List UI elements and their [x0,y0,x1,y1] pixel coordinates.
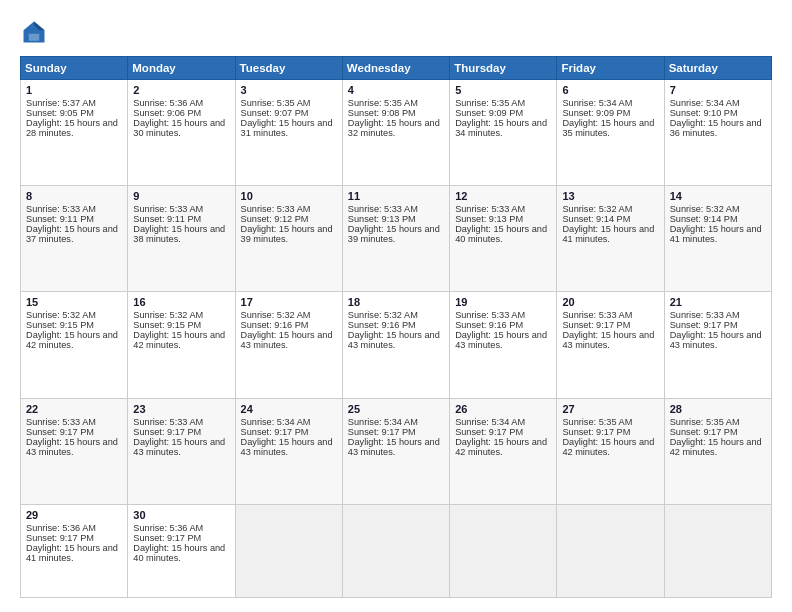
day-number: 7 [670,84,766,96]
cell-info: Sunrise: 5:33 AMSunset: 9:11 PMDaylight:… [133,204,225,244]
calendar-cell: 25Sunrise: 5:34 AMSunset: 9:17 PMDayligh… [342,398,449,504]
day-number: 2 [133,84,229,96]
cell-info: Sunrise: 5:33 AMSunset: 9:17 PMDaylight:… [26,417,118,457]
calendar-cell [342,504,449,597]
header [20,18,772,46]
cell-info: Sunrise: 5:37 AMSunset: 9:05 PMDaylight:… [26,98,118,138]
calendar-cell [235,504,342,597]
day-number: 29 [26,509,122,521]
day-number: 9 [133,190,229,202]
calendar-cell [450,504,557,597]
day-number: 16 [133,296,229,308]
calendar-cell: 11Sunrise: 5:33 AMSunset: 9:13 PMDayligh… [342,186,449,292]
calendar-week-5: 29Sunrise: 5:36 AMSunset: 9:17 PMDayligh… [21,504,772,597]
day-number: 3 [241,84,337,96]
cell-info: Sunrise: 5:35 AMSunset: 9:09 PMDaylight:… [455,98,547,138]
cell-info: Sunrise: 5:32 AMSunset: 9:16 PMDaylight:… [348,310,440,350]
cell-info: Sunrise: 5:33 AMSunset: 9:16 PMDaylight:… [455,310,547,350]
calendar-cell: 5Sunrise: 5:35 AMSunset: 9:09 PMDaylight… [450,80,557,186]
day-number: 24 [241,403,337,415]
cell-info: Sunrise: 5:32 AMSunset: 9:16 PMDaylight:… [241,310,333,350]
col-header-tuesday: Tuesday [235,57,342,80]
cell-info: Sunrise: 5:32 AMSunset: 9:15 PMDaylight:… [26,310,118,350]
cell-info: Sunrise: 5:33 AMSunset: 9:17 PMDaylight:… [562,310,654,350]
calendar-cell: 9Sunrise: 5:33 AMSunset: 9:11 PMDaylight… [128,186,235,292]
cell-info: Sunrise: 5:32 AMSunset: 9:14 PMDaylight:… [562,204,654,244]
cell-info: Sunrise: 5:35 AMSunset: 9:08 PMDaylight:… [348,98,440,138]
day-number: 22 [26,403,122,415]
col-header-sunday: Sunday [21,57,128,80]
calendar-week-2: 8Sunrise: 5:33 AMSunset: 9:11 PMDaylight… [21,186,772,292]
col-header-saturday: Saturday [664,57,771,80]
calendar-cell: 16Sunrise: 5:32 AMSunset: 9:15 PMDayligh… [128,292,235,398]
svg-rect-2 [29,34,40,41]
day-number: 23 [133,403,229,415]
logo [20,18,52,46]
day-number: 4 [348,84,444,96]
cell-info: Sunrise: 5:33 AMSunset: 9:17 PMDaylight:… [670,310,762,350]
calendar-cell: 2Sunrise: 5:36 AMSunset: 9:06 PMDaylight… [128,80,235,186]
day-number: 15 [26,296,122,308]
day-number: 1 [26,84,122,96]
cell-info: Sunrise: 5:35 AMSunset: 9:17 PMDaylight:… [670,417,762,457]
calendar-cell: 14Sunrise: 5:32 AMSunset: 9:14 PMDayligh… [664,186,771,292]
cell-info: Sunrise: 5:36 AMSunset: 9:17 PMDaylight:… [26,523,118,563]
day-number: 27 [562,403,658,415]
col-header-thursday: Thursday [450,57,557,80]
day-number: 25 [348,403,444,415]
cell-info: Sunrise: 5:35 AMSunset: 9:17 PMDaylight:… [562,417,654,457]
cell-info: Sunrise: 5:36 AMSunset: 9:06 PMDaylight:… [133,98,225,138]
calendar-cell: 13Sunrise: 5:32 AMSunset: 9:14 PMDayligh… [557,186,664,292]
cell-info: Sunrise: 5:35 AMSunset: 9:07 PMDaylight:… [241,98,333,138]
cell-info: Sunrise: 5:33 AMSunset: 9:17 PMDaylight:… [133,417,225,457]
day-number: 14 [670,190,766,202]
calendar-cell: 15Sunrise: 5:32 AMSunset: 9:15 PMDayligh… [21,292,128,398]
page: SundayMondayTuesdayWednesdayThursdayFrid… [0,0,792,612]
logo-icon [20,18,48,46]
calendar-cell: 3Sunrise: 5:35 AMSunset: 9:07 PMDaylight… [235,80,342,186]
day-number: 20 [562,296,658,308]
day-number: 6 [562,84,658,96]
col-header-monday: Monday [128,57,235,80]
calendar-cell [664,504,771,597]
day-number: 28 [670,403,766,415]
calendar-cell: 23Sunrise: 5:33 AMSunset: 9:17 PMDayligh… [128,398,235,504]
cell-info: Sunrise: 5:32 AMSunset: 9:15 PMDaylight:… [133,310,225,350]
cell-info: Sunrise: 5:34 AMSunset: 9:09 PMDaylight:… [562,98,654,138]
day-number: 8 [26,190,122,202]
cell-info: Sunrise: 5:34 AMSunset: 9:17 PMDaylight:… [348,417,440,457]
calendar-cell: 29Sunrise: 5:36 AMSunset: 9:17 PMDayligh… [21,504,128,597]
calendar-cell: 27Sunrise: 5:35 AMSunset: 9:17 PMDayligh… [557,398,664,504]
calendar-table: SundayMondayTuesdayWednesdayThursdayFrid… [20,56,772,598]
day-number: 10 [241,190,337,202]
cell-info: Sunrise: 5:34 AMSunset: 9:10 PMDaylight:… [670,98,762,138]
calendar-cell: 21Sunrise: 5:33 AMSunset: 9:17 PMDayligh… [664,292,771,398]
day-number: 11 [348,190,444,202]
day-number: 21 [670,296,766,308]
calendar-cell: 26Sunrise: 5:34 AMSunset: 9:17 PMDayligh… [450,398,557,504]
day-number: 13 [562,190,658,202]
day-number: 17 [241,296,337,308]
cell-info: Sunrise: 5:36 AMSunset: 9:17 PMDaylight:… [133,523,225,563]
calendar-cell: 24Sunrise: 5:34 AMSunset: 9:17 PMDayligh… [235,398,342,504]
calendar-cell: 28Sunrise: 5:35 AMSunset: 9:17 PMDayligh… [664,398,771,504]
day-number: 26 [455,403,551,415]
calendar-week-4: 22Sunrise: 5:33 AMSunset: 9:17 PMDayligh… [21,398,772,504]
calendar-cell: 17Sunrise: 5:32 AMSunset: 9:16 PMDayligh… [235,292,342,398]
cell-info: Sunrise: 5:33 AMSunset: 9:12 PMDaylight:… [241,204,333,244]
calendar-cell: 30Sunrise: 5:36 AMSunset: 9:17 PMDayligh… [128,504,235,597]
calendar-cell: 18Sunrise: 5:32 AMSunset: 9:16 PMDayligh… [342,292,449,398]
calendar-cell: 6Sunrise: 5:34 AMSunset: 9:09 PMDaylight… [557,80,664,186]
calendar-cell: 4Sunrise: 5:35 AMSunset: 9:08 PMDaylight… [342,80,449,186]
calendar-cell: 1Sunrise: 5:37 AMSunset: 9:05 PMDaylight… [21,80,128,186]
calendar-cell: 7Sunrise: 5:34 AMSunset: 9:10 PMDaylight… [664,80,771,186]
day-number: 30 [133,509,229,521]
calendar-cell: 8Sunrise: 5:33 AMSunset: 9:11 PMDaylight… [21,186,128,292]
calendar-cell: 12Sunrise: 5:33 AMSunset: 9:13 PMDayligh… [450,186,557,292]
cell-info: Sunrise: 5:32 AMSunset: 9:14 PMDaylight:… [670,204,762,244]
calendar-cell: 10Sunrise: 5:33 AMSunset: 9:12 PMDayligh… [235,186,342,292]
calendar-cell: 20Sunrise: 5:33 AMSunset: 9:17 PMDayligh… [557,292,664,398]
cell-info: Sunrise: 5:33 AMSunset: 9:13 PMDaylight:… [348,204,440,244]
calendar-cell [557,504,664,597]
day-number: 12 [455,190,551,202]
